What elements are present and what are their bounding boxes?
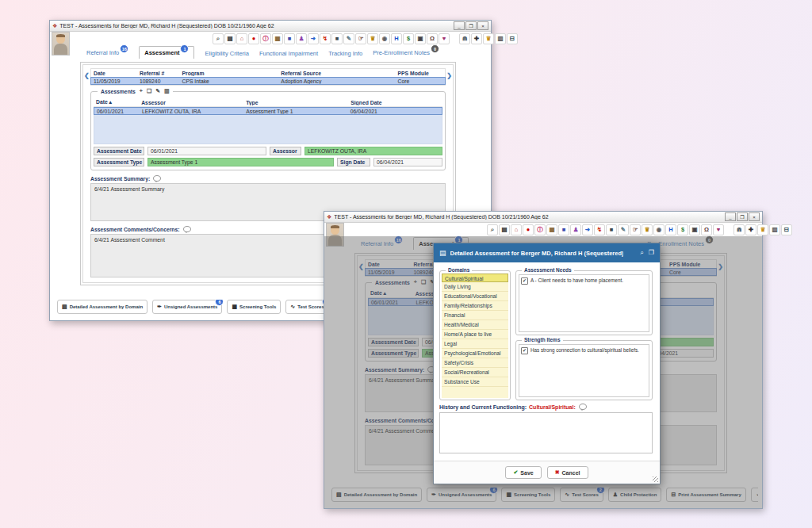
restore-button[interactable]: ❐ (465, 21, 477, 30)
domain-item[interactable]: Substance Use (442, 377, 508, 387)
heart-icon[interactable]: ♥ (439, 33, 450, 44)
flash-icon[interactable]: ↯ (320, 33, 331, 44)
stop-icon[interactable]: ■ (606, 224, 617, 235)
login-arrow-icon[interactable]: ➜ (582, 224, 593, 235)
tab-tracking-info[interactable]: Tracking Info (328, 48, 362, 59)
dialog-zoom-icon[interactable]: ⌕ (640, 249, 643, 257)
eye-icon[interactable]: ◉ (379, 33, 390, 44)
tab-eligibility-criteria[interactable]: Eligibility Criteria (205, 48, 248, 59)
minimize-button[interactable]: _ (725, 212, 736, 221)
tab-functional-impairment[interactable]: Functional Impairment (259, 48, 318, 59)
referral-header-number[interactable]: Referral # (137, 71, 180, 76)
cancel-button[interactable]: ✖ Cancel (547, 466, 588, 479)
restore-button[interactable]: ❐ (737, 212, 748, 221)
copy-assessment-icon[interactable]: ❏ (147, 88, 151, 94)
money-icon[interactable]: $ (677, 224, 688, 235)
report-icon[interactable]: ▤ (499, 224, 510, 235)
close-button[interactable]: × (749, 212, 760, 221)
heart-icon[interactable]: ♥ (713, 224, 724, 235)
dialog-maximize-icon[interactable]: ❐ (649, 249, 654, 257)
search-icon[interactable]: ⌕ (487, 224, 498, 235)
assessments-header-date[interactable]: Date ▴ (94, 99, 139, 105)
home-icon[interactable]: ⌂ (511, 224, 522, 235)
bell-icon[interactable]: Ω (427, 33, 438, 44)
person-icon[interactable]: ♟ (570, 224, 581, 235)
crown-icon[interactable]: ♛ (642, 224, 653, 235)
trash-icon[interactable]: ▥ (495, 33, 506, 44)
assessor-field[interactable]: LEFKOWITZ OUTA, IRA (304, 147, 442, 155)
edit-assessment-icon[interactable]: ✎ (155, 88, 160, 94)
tab-referral-info[interactable]: Referral Info16 (86, 47, 128, 59)
dialog-titlebar[interactable]: ▤ Detailed Assessment for Berger MD, Ric… (434, 243, 660, 262)
comment-icon[interactable] (183, 226, 191, 232)
login-arrow-icon[interactable]: ➜ (308, 33, 319, 44)
money-icon[interactable]: $ (403, 33, 414, 44)
binoculars-icon[interactable]: ⋒ (733, 224, 745, 235)
report-icon[interactable]: ▤ (224, 33, 236, 44)
close-button[interactable]: × (477, 21, 488, 30)
assessment-date-field[interactable]: 06/01/2021 (147, 147, 266, 155)
crown-icon[interactable]: ♛ (367, 33, 378, 44)
briefcase-icon[interactable]: ▦ (546, 224, 557, 235)
hand-icon[interactable]: ☞ (630, 224, 641, 235)
print-icon[interactable]: ⊟ (507, 33, 518, 44)
eye-icon[interactable]: ◉ (653, 224, 665, 235)
assessments-header-assessor[interactable]: Assessor (139, 100, 243, 105)
assessments-header-signed-date[interactable]: Signed Date (348, 100, 442, 105)
stop-icon[interactable]: ■ (331, 33, 343, 44)
checkbox-checked-icon[interactable]: ✔ (521, 347, 528, 354)
sign-date-field[interactable]: 06/04/2021 (373, 158, 442, 166)
add-assessment-icon[interactable]: + (140, 88, 143, 94)
referral-row-selected[interactable]: 11/05/2019 1089240 CPS Intake Adoption A… (90, 77, 446, 85)
camera-icon[interactable]: ▣ (689, 224, 700, 235)
screening-tools-button[interactable]: ▦ Screening Tools (227, 300, 281, 314)
blue-square-icon[interactable]: ■ (558, 224, 569, 235)
referral-header-date[interactable]: Date (91, 71, 137, 76)
domain-item[interactable]: Social/Recreational (442, 368, 508, 377)
crown-gold-icon[interactable]: ♛ (483, 33, 494, 44)
domain-item[interactable]: Legal (442, 339, 508, 349)
window-titlebar[interactable]: ❖ TEST - Assessments for Berger MD, Rich… (324, 212, 762, 223)
info-icon[interactable]: ⓘ (260, 33, 271, 44)
comment-icon[interactable] (579, 404, 587, 410)
briefcase-icon[interactable]: ▦ (272, 33, 283, 44)
history-textarea[interactable] (439, 412, 653, 453)
binoculars-icon[interactable]: ⋒ (459, 33, 470, 44)
prev-referral-button[interactable]: ❮ (84, 72, 90, 79)
comment-icon[interactable] (153, 175, 161, 182)
blue-square-icon[interactable]: ■ (284, 33, 295, 44)
save-button[interactable]: ✔ Save (505, 466, 541, 479)
assessment-row-selected[interactable]: 06/01/2021 LEFKOWITZ OUTA, IRA Assessmen… (94, 107, 442, 115)
domain-item[interactable]: Health/Medical (442, 320, 508, 330)
domain-item[interactable]: Daily Living (442, 282, 508, 292)
flash-icon[interactable]: ↯ (594, 224, 605, 235)
referral-header-pps-module[interactable]: PPS Module (396, 71, 445, 76)
referral-header-source[interactable]: Referral Source (278, 71, 395, 76)
test-scores-button[interactable]: ∿ Test Scores 2 (285, 300, 328, 314)
domain-item[interactable]: Cultural/Spiritual (442, 274, 508, 282)
record-icon[interactable]: ● (248, 33, 259, 44)
tab-assessment[interactable]: Assessment1 (139, 46, 194, 59)
home-icon[interactable]: ⌂ (236, 33, 247, 44)
checkbox-checked-icon[interactable]: ✔ (521, 277, 528, 285)
domain-item[interactable]: Psychological/Emotional (442, 349, 508, 358)
assessments-header-type[interactable]: Type (243, 100, 348, 105)
domain-item[interactable]: Home/A place to live (442, 330, 508, 339)
search-icon[interactable]: ⌕ (213, 33, 224, 44)
referral-header-program[interactable]: Program (179, 71, 278, 76)
edit-icon[interactable]: ✎ (618, 224, 629, 235)
minimize-button[interactable]: _ (454, 21, 465, 30)
camera-icon[interactable]: ▣ (415, 33, 426, 44)
tab-pre-enrollment-notes[interactable]: Pre-Enrollment Notes0 (373, 47, 439, 59)
hospital-icon[interactable]: H (391, 33, 402, 44)
hand-icon[interactable]: ☞ (355, 33, 366, 44)
add-icon[interactable]: ✚ (745, 224, 756, 235)
bell-icon[interactable]: Ω (701, 224, 712, 235)
add-icon[interactable]: ✚ (471, 33, 482, 44)
window-titlebar[interactable]: ❖ TEST - Assessments for Berger MD, Rich… (50, 21, 491, 32)
domain-item[interactable]: Educational/Vocational (442, 292, 508, 301)
detailed-assessment-by-domain-button[interactable]: ▤ Detailed Assessment by Domain (57, 300, 147, 314)
domain-item[interactable]: Safety/Crisis (442, 358, 508, 368)
domain-item[interactable]: Financial (442, 311, 508, 320)
crown-gold-icon[interactable]: ♛ (757, 224, 768, 235)
